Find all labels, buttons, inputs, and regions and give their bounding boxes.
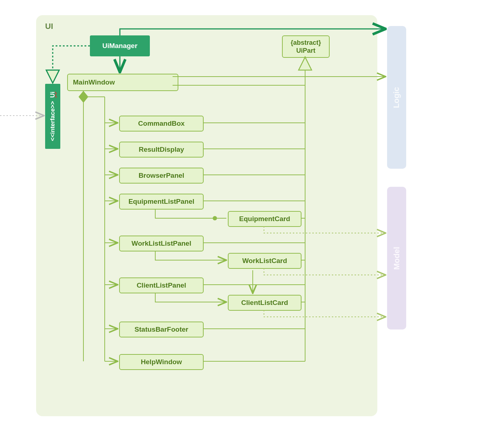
stereotype-label: <<interface>> Ui: [49, 91, 56, 141]
class-mainwindow: MainWindow: [67, 74, 178, 91]
external-model: Model: [387, 187, 406, 329]
external-logic-label: Logic: [392, 87, 402, 108]
class-clientlistpanel: ClientListPanel: [119, 277, 204, 293]
external-model-label: Model: [392, 247, 402, 270]
class-clientlistcard: ClientListCard: [228, 295, 301, 311]
class-resultdisplay: ResultDisplay: [119, 142, 204, 158]
class-equipmentcard: EquipmentCard: [228, 211, 301, 227]
class-worklistcard: WorkListCard: [228, 253, 301, 269]
class-equipmentlistpanel: EquipmentListPanel: [119, 194, 204, 210]
class-browserpanel: BrowserPanel: [119, 168, 204, 184]
class-uipart: {abstract}UiPart: [282, 35, 330, 58]
class-statusbarfooter: StatusBarFooter: [119, 322, 204, 337]
class-helpwindow: HelpWindow: [119, 354, 204, 370]
class-ui-interface: <<interface>> Ui: [45, 84, 60, 149]
class-commandbox: CommandBox: [119, 116, 204, 132]
class-worklistlistpanel: WorkListListPanel: [119, 236, 204, 251]
class-uimanager: UiManager: [90, 35, 150, 56]
package-label: UI: [45, 22, 53, 31]
external-logic: Logic: [387, 26, 406, 169]
